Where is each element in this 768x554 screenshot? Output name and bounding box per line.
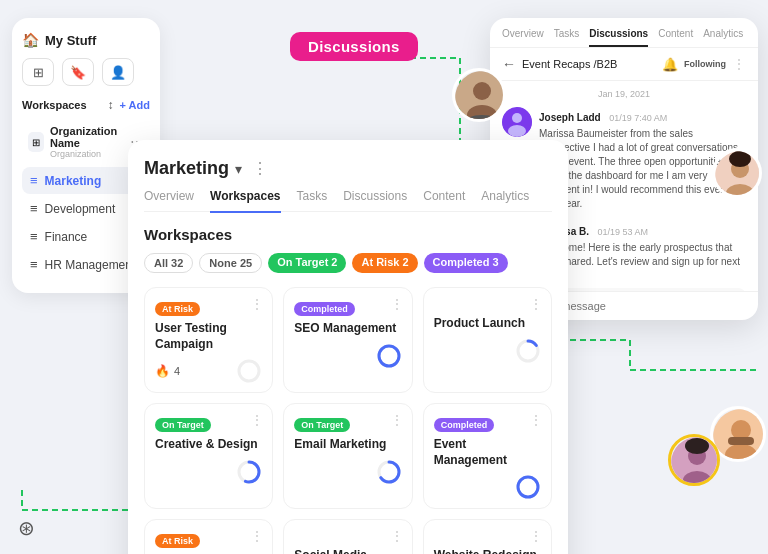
svg-point-9 (379, 346, 399, 366)
progress-4 (236, 459, 262, 485)
sidebar-nav-label-finance: Finance (45, 230, 88, 244)
card-dots-7[interactable]: ⋮ (250, 528, 264, 544)
card-title-9: Website Redesign (434, 548, 541, 554)
card-dots-4[interactable]: ⋮ (250, 412, 264, 428)
sidebar-nav-label-marketing: Marketing (45, 174, 102, 188)
disc-tab-analytics[interactable]: Analytics (703, 28, 743, 47)
disc-msg-time-1: 01/19 7:40 AM (609, 113, 667, 123)
workspace-grid: ⋮ At Risk User Testing Campaign 🔥 4 ⋮ Co… (144, 287, 552, 554)
badge-completed-2: Completed (294, 302, 355, 316)
panel-title: Marketing (144, 158, 229, 179)
card-footer-1: 🔥 4 (155, 358, 262, 384)
marketing-icon: ≡ (30, 173, 38, 188)
tab-analytics[interactable]: Analytics (481, 189, 529, 207)
disc-tab-tasks[interactable]: Tasks (554, 28, 580, 47)
avatar-woman-dark (712, 148, 762, 198)
card-content-calendar: ⋮ At Risk Content Calendar ⚠️ 1 🔥 2 (144, 519, 273, 554)
discussions-badge: Discussions (290, 32, 418, 61)
card-footer-3 (434, 338, 541, 364)
card-title-1: User Testing Campaign (155, 321, 262, 352)
disc-msg-name-1: Joseph Ladd (539, 112, 601, 123)
filter-none[interactable]: None 25 (199, 253, 262, 273)
disc-dots-menu[interactable]: ⋮ (732, 56, 746, 72)
progress-6 (515, 474, 541, 500)
bell-icon[interactable]: 🔔 (662, 57, 678, 72)
avatar-woman-gold (668, 434, 720, 486)
svg-point-17 (518, 477, 538, 497)
sidebar-header: 🏠 My Stuff (22, 32, 150, 48)
card-title-6: Event Management (434, 437, 541, 468)
org-sub: Organization (50, 149, 130, 159)
add-workspace-btn[interactable]: + Add (120, 99, 150, 111)
panel-title-arrow: ▾ (235, 161, 242, 177)
card-title-8: Social Media (294, 548, 401, 554)
finance-icon: ≡ (30, 229, 38, 244)
person-icon-btn[interactable]: 👤 (102, 58, 134, 86)
progress-3 (515, 338, 541, 364)
sidebar-sort-add: ↕ + Add (108, 98, 150, 112)
card-title-3: Product Launch (434, 316, 541, 332)
meta-count-1: 4 (174, 365, 180, 377)
layers-icon-btn[interactable]: ⊞ (22, 58, 54, 86)
disc-msg-content-2: Marissa B. 01/19 53 AM Awesome! Here is … (539, 221, 746, 291)
disc-breadcrumb: Event Recaps /B2B (522, 58, 617, 70)
disc-tab-overview[interactable]: Overview (502, 28, 544, 47)
disc-msg-text-2: Awesome! Here is the early prospectus th… (539, 241, 746, 283)
tab-tasks[interactable]: Tasks (297, 189, 328, 207)
card-user-testing: ⋮ At Risk User Testing Campaign 🔥 4 (144, 287, 273, 393)
disc-tab-content[interactable]: Content (658, 28, 693, 47)
main-panel: Marketing ▾ ⋮ Overview Workspaces Tasks … (128, 140, 568, 554)
filter-atrisk[interactable]: At Risk 2 (352, 253, 417, 273)
card-title-4: Creative & Design (155, 437, 262, 453)
card-dots-6[interactable]: ⋮ (529, 412, 543, 428)
back-icon[interactable]: ← (502, 56, 516, 72)
svg-point-2 (508, 125, 526, 137)
bookmark-icon-btn[interactable]: 🔖 (62, 58, 94, 86)
sort-icon[interactable]: ↕ (108, 98, 114, 112)
panel-dots-menu[interactable]: ⋮ (252, 159, 268, 178)
filter-completed[interactable]: Completed 3 (424, 253, 508, 273)
tab-discussions[interactable]: Discussions (343, 189, 407, 207)
org-icon: ⊞ (28, 132, 44, 152)
disc-header: ← Event Recaps /B2B 🔔 Following ⋮ (490, 48, 758, 81)
tab-content[interactable]: Content (423, 189, 465, 207)
badge-ontarget-4: On Target (155, 418, 211, 432)
filter-row: All 32 None 25 On Target 2 At Risk 2 Com… (144, 253, 552, 273)
card-event: ⋮ Completed Event Management (423, 403, 552, 509)
svg-point-6 (239, 361, 259, 381)
org-name: Organization Name (50, 125, 130, 149)
card-title-5: Email Marketing (294, 437, 401, 453)
sidebar-nav-label-hr: HR Management (45, 258, 136, 272)
sidebar-org-text: Organization Name Organization (50, 125, 130, 159)
progress-1 (236, 358, 262, 384)
follow-label[interactable]: Following (684, 59, 726, 69)
sidebar-workspaces-row: Workspaces ↕ + Add (22, 98, 150, 112)
disc-tab-discussions[interactable]: Discussions (589, 28, 648, 47)
card-dots-2[interactable]: ⋮ (390, 296, 404, 312)
main-panel-header: Marketing ▾ ⋮ (144, 158, 552, 179)
filter-all[interactable]: All 32 (144, 253, 193, 273)
card-dots-1[interactable]: ⋮ (250, 296, 264, 312)
disc-date-label: Jan 19, 2021 (502, 89, 746, 99)
card-dots-3[interactable]: ⋮ (529, 296, 543, 312)
card-footer-2 (294, 343, 401, 369)
card-creative: ⋮ On Target Creative & Design (144, 403, 273, 509)
card-dots-8[interactable]: ⋮ (390, 528, 404, 544)
tab-workspaces[interactable]: Workspaces (210, 189, 280, 213)
card-email: ⋮ On Target Email Marketing (283, 403, 412, 509)
card-footer-4 (155, 459, 262, 485)
badge-completed-6: Completed (434, 418, 495, 432)
card-social: ⋮ Social Media 🔥 8 (283, 519, 412, 554)
sidebar-nav-label-development: Development (45, 202, 116, 216)
card-meta-1: 🔥 4 (155, 364, 180, 378)
svg-point-31 (729, 151, 751, 167)
svg-rect-35 (728, 437, 754, 445)
card-dots-5[interactable]: ⋮ (390, 412, 404, 428)
card-dots-9[interactable]: ⋮ (529, 528, 543, 544)
tab-overview[interactable]: Overview (144, 189, 194, 207)
disc-file-card[interactable]: 📄 B2B Marketing Confe... Jan 18, 2021 · … (539, 288, 746, 291)
disc-tabs: Overview Tasks Discussions Content Analy… (490, 18, 758, 48)
development-icon: ≡ (30, 201, 38, 216)
hr-icon: ≡ (30, 257, 38, 272)
filter-ontarget[interactable]: On Target 2 (268, 253, 346, 273)
